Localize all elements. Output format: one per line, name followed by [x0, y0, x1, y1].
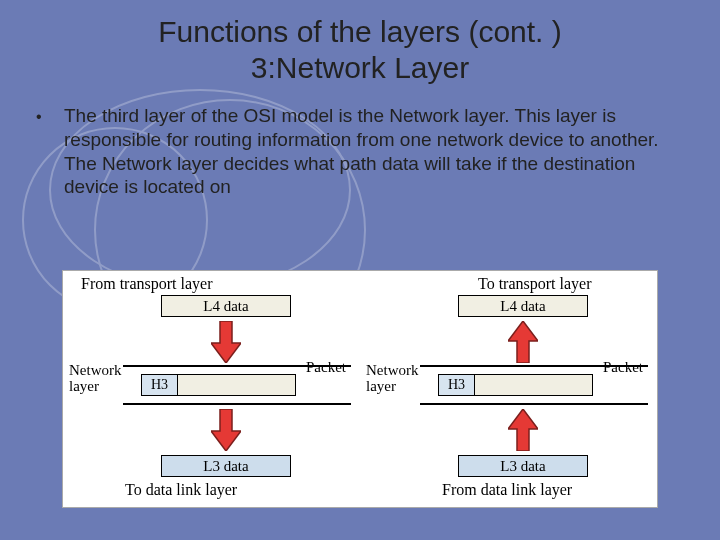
right-l4-box: L4 data	[458, 295, 588, 317]
title-line-1: Functions of the layers (cont. )	[158, 15, 562, 48]
left-row-label: Network layer	[69, 363, 122, 395]
left-hline-top	[123, 365, 351, 367]
up-arrow-icon	[508, 321, 538, 363]
svg-marker-5	[508, 321, 538, 363]
right-hline-bot	[420, 403, 648, 405]
bullet-row: • The third layer of the OSI model is th…	[30, 104, 690, 199]
left-hline-bot	[123, 403, 351, 405]
right-h3-cell: H3	[439, 375, 475, 395]
down-arrow-icon	[211, 409, 241, 451]
diagram-left-panel: From transport layer L4 data Network lay…	[63, 271, 360, 507]
left-l4-box: L4 data	[161, 295, 291, 317]
right-packet-box: H3	[438, 374, 593, 396]
right-packet-label: Packet	[603, 359, 643, 376]
right-packet-data-cell	[475, 375, 592, 395]
slide-title: Functions of the layers (cont. ) 3:Netwo…	[30, 14, 690, 86]
up-arrow-icon	[508, 409, 538, 451]
diagram-right-panel: To transport layer L4 data Network layer…	[360, 271, 657, 507]
bullet-marker: •	[30, 104, 64, 199]
right-l3-box: L3 data	[458, 455, 588, 477]
left-bottom-caption: To data link layer	[125, 481, 237, 499]
left-top-caption: From transport layer	[81, 275, 213, 293]
network-layer-diagram: From transport layer L4 data Network lay…	[62, 270, 658, 508]
svg-marker-3	[211, 321, 241, 363]
right-row-label: Network layer	[366, 363, 419, 395]
bullet-text: The third layer of the OSI model is the …	[64, 104, 690, 199]
right-bottom-caption: From data link layer	[442, 481, 572, 499]
left-packet-box: H3	[141, 374, 296, 396]
left-packet-data-cell	[178, 375, 295, 395]
svg-marker-6	[508, 409, 538, 451]
left-l3-box: L3 data	[161, 455, 291, 477]
right-hline-top	[420, 365, 648, 367]
slide-content: Functions of the layers (cont. ) 3:Netwo…	[0, 0, 720, 209]
svg-marker-4	[211, 409, 241, 451]
down-arrow-icon	[211, 321, 241, 363]
right-top-caption: To transport layer	[478, 275, 592, 293]
left-h3-cell: H3	[142, 375, 178, 395]
title-line-2: 3:Network Layer	[251, 51, 469, 84]
left-packet-label: Packet	[306, 359, 346, 376]
